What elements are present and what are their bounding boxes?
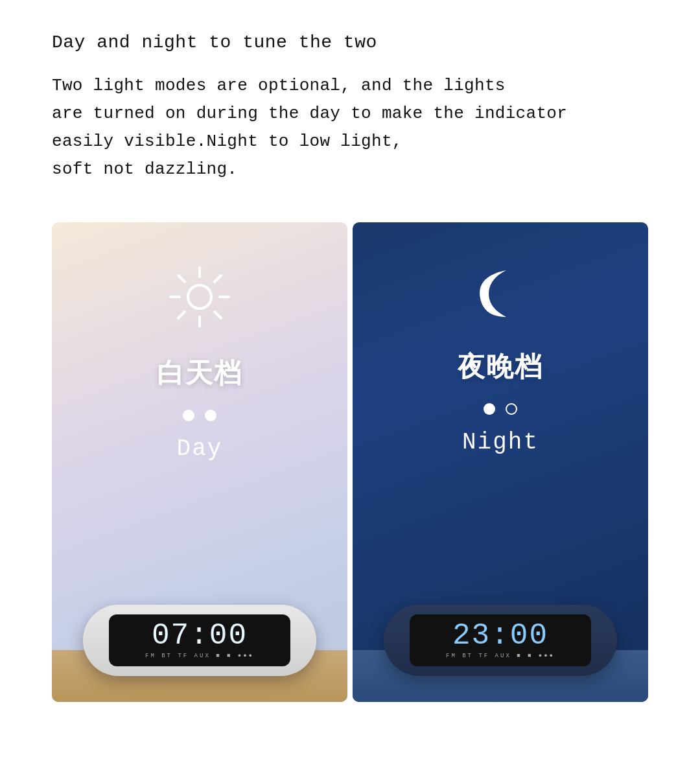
svg-point-0 — [188, 285, 211, 309]
moon-icon-area — [471, 261, 530, 329]
night-dot-1 — [484, 403, 495, 415]
desc-line4: soft not dazzling. — [52, 159, 237, 179]
day-chinese-label: 白天档 — [157, 355, 242, 391]
day-dot-2 — [205, 410, 216, 421]
day-dot-1 — [183, 410, 194, 421]
svg-line-6 — [215, 312, 221, 318]
day-clock-screen: 07:00 FM BT TF AUX ■ ■ ●●● — [109, 614, 290, 666]
svg-line-8 — [178, 312, 185, 318]
night-clock-body: 23:00 FM BT TF AUX ■ ■ ●●● — [384, 605, 617, 676]
svg-line-7 — [215, 275, 221, 282]
day-mode-label: Day — [177, 436, 223, 462]
day-clock-device: 07:00 FM BT TF AUX ■ ■ ●●● — [83, 605, 316, 682]
sun-icon — [164, 261, 235, 332]
night-mode-label: Night — [462, 429, 539, 456]
day-panel: 白天档 Day 07:00 FM BT TF AUX ■ ■ ●●● — [52, 222, 347, 702]
svg-line-5 — [178, 275, 185, 282]
desc-line2: are turned on during the day to make the… — [52, 104, 567, 123]
day-clock-indicators: FM BT TF AUX ■ ■ ●●● — [145, 653, 254, 659]
desc-line1: Two light modes are optional, and the li… — [52, 76, 506, 95]
night-dot-2 — [506, 403, 517, 415]
night-clock-time: 23:00 — [452, 621, 548, 651]
night-panel: 夜晚档 Night 23:00 FM BT TF AUX ■ ■ ●●● — [353, 222, 648, 702]
desc-line3: easily visible.Night to low light, — [52, 132, 402, 151]
description: Two light modes are optional, and the li… — [52, 72, 648, 183]
heading: Day and night to tune the two — [52, 32, 648, 52]
night-dots — [484, 403, 517, 415]
night-clock-device: 23:00 FM BT TF AUX ■ ■ ●●● — [384, 605, 617, 682]
day-dots — [183, 410, 216, 421]
night-clock-indicators: FM BT TF AUX ■ ■ ●●● — [446, 653, 555, 659]
page-container: Day and night to tune the two Two light … — [0, 0, 700, 770]
moon-icon — [471, 261, 530, 326]
day-clock-time: 07:00 — [152, 621, 248, 651]
images-row: 白天档 Day 07:00 FM BT TF AUX ■ ■ ●●● — [52, 222, 648, 702]
night-clock-screen: 23:00 FM BT TF AUX ■ ■ ●●● — [410, 614, 591, 666]
sun-icon-area — [164, 261, 235, 336]
night-chinese-label: 夜晚档 — [458, 349, 543, 385]
day-clock-body: 07:00 FM BT TF AUX ■ ■ ●●● — [83, 605, 316, 676]
